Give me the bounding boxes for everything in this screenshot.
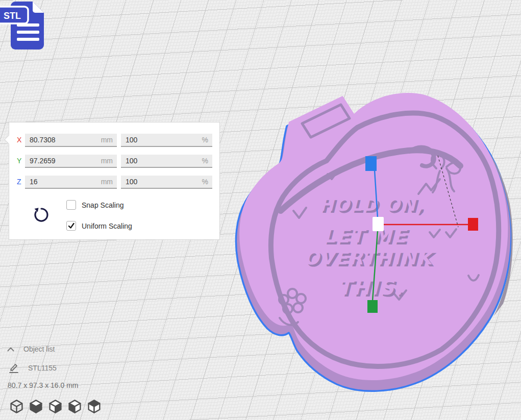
reset-rotate-icon xyxy=(33,206,50,224)
uniform-scaling-row: Uniform Scaling xyxy=(66,221,132,231)
uniform-scaling-label: Uniform Scaling xyxy=(82,222,132,230)
x-size-input[interactable] xyxy=(25,134,117,146)
svg-text:LET ME: LET ME xyxy=(322,225,408,247)
cube-left-icon xyxy=(67,400,82,413)
scale-row-x: X mm % xyxy=(9,134,219,147)
chevron-up-icon xyxy=(7,347,14,352)
camera-view-toolbar xyxy=(9,400,102,414)
model-canvas: HOLD ON, LET ME OVERTHINK THIS. HOLD ON,… xyxy=(230,79,520,398)
x-percent-input[interactable] xyxy=(121,134,212,146)
view-front-button[interactable] xyxy=(29,400,43,414)
view-right-button[interactable] xyxy=(87,400,102,414)
svg-text:OVERTHINK: OVERTHINK xyxy=(304,248,435,268)
view-top-button[interactable] xyxy=(48,400,63,414)
svg-text:THIS.: THIS. xyxy=(337,276,404,299)
view-3d-button[interactable] xyxy=(9,400,24,414)
svg-text:HOLD ON,: HOLD ON, xyxy=(319,194,424,215)
axis-label-z: Z xyxy=(17,178,21,186)
stl-file-icon: STL xyxy=(0,0,48,53)
object-list-header[interactable]: Object list xyxy=(7,345,55,353)
y-size-input[interactable] xyxy=(25,155,117,167)
pencil-icon xyxy=(8,362,19,374)
scale-handle-x[interactable] xyxy=(468,218,478,231)
checkmark-icon xyxy=(68,223,75,229)
document-fold xyxy=(33,2,44,13)
snap-scaling-checkbox[interactable] xyxy=(66,200,76,210)
z-percent-input[interactable] xyxy=(121,176,212,188)
model-dimensions-readout: 80.7 x 97.3 x 16.0 mm xyxy=(8,381,79,389)
scale-handle-center[interactable] xyxy=(373,217,384,231)
axis-label-x: X xyxy=(17,136,21,144)
scale-row-z: Z mm % xyxy=(9,176,219,189)
cube-top-icon xyxy=(48,400,63,413)
cube-wireframe-icon xyxy=(9,400,24,413)
snap-scaling-label: Snap Scaling xyxy=(82,201,124,209)
uniform-scaling-checkbox[interactable] xyxy=(66,221,76,231)
scale-handle-z[interactable] xyxy=(365,156,377,171)
svg-text:STL: STL xyxy=(4,11,21,21)
model-3d-mold[interactable]: HOLD ON, LET ME OVERTHINK THIS. HOLD ON,… xyxy=(230,79,520,398)
scale-tool-panel: X mm % Y mm % Z mm % xyxy=(9,122,220,240)
object-list-title: Object list xyxy=(23,345,55,353)
reset-scale-button[interactable] xyxy=(33,206,50,224)
object-list-item-name: STL1155 xyxy=(28,364,57,372)
axis-label-y: Y xyxy=(17,157,21,165)
snap-scaling-row: Snap Scaling xyxy=(66,200,124,210)
scale-handle-y[interactable] xyxy=(367,300,378,313)
y-percent-input[interactable] xyxy=(121,155,212,167)
view-left-button[interactable] xyxy=(67,400,82,414)
object-list-item[interactable]: STL1155 xyxy=(8,362,57,374)
cube-front-icon xyxy=(29,400,43,413)
cube-right-icon xyxy=(87,400,102,413)
stl-badge: STL xyxy=(0,7,28,23)
z-size-input[interactable] xyxy=(25,176,117,188)
scale-row-y: Y mm % xyxy=(9,155,219,168)
